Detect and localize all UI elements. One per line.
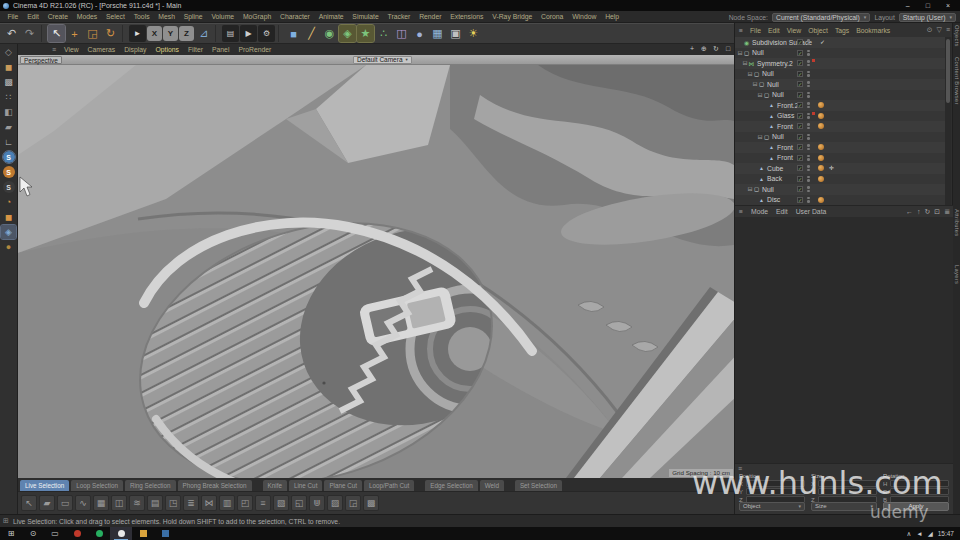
app-red[interactable]	[66, 527, 88, 540]
cinema4d-app[interactable]	[110, 527, 132, 540]
generator-array-icon[interactable]: ◈	[339, 25, 356, 42]
tool-icon[interactable]: ◰	[237, 495, 253, 511]
visibility-dots[interactable]	[807, 50, 810, 56]
object-tree-row[interactable]: ▲ Glass ✓	[735, 111, 945, 122]
object-tree-row[interactable]: ⊟ ▢ Null ✓	[735, 48, 945, 59]
viewport-canvas[interactable]: Grid Spacing : 10 cm	[18, 65, 734, 478]
tool-icon[interactable]: ▦	[93, 495, 109, 511]
menu-item[interactable]: Spline	[179, 13, 207, 20]
snap-icon[interactable]: S	[3, 151, 15, 163]
visibility-dots[interactable]	[807, 113, 810, 119]
tool-icon[interactable]: ⋈	[201, 495, 217, 511]
enable-toggle[interactable]: ✓	[797, 92, 803, 98]
menu-item[interactable]: Corona	[537, 13, 568, 20]
object-manager-menu-item[interactable]: Bookmarks	[856, 27, 890, 34]
make-editable-icon[interactable]: ◇	[1, 45, 16, 59]
menu-item[interactable]: Simulate	[348, 13, 383, 20]
separator[interactable]	[122, 25, 126, 42]
attribute-menu-item[interactable]: Edit	[776, 208, 788, 215]
menu-item[interactable]: Window	[568, 13, 601, 20]
zoom-icon[interactable]: ⊕	[700, 45, 708, 53]
visibility-dots[interactable]	[807, 165, 810, 171]
enable-toggle[interactable]: ✓	[797, 186, 803, 192]
enable-toggle[interactable]: ✓	[797, 176, 803, 182]
menu-item[interactable]: Tools	[129, 13, 154, 20]
object-tree-row[interactable]: ▲ Front ✓	[735, 153, 945, 164]
undo-icon[interactable]: ↶	[3, 25, 20, 42]
volume-icon[interactable]: ◄	[916, 530, 922, 538]
phong-tag-icon[interactable]	[818, 102, 824, 108]
add-primitive-icon[interactable]: ■	[285, 25, 302, 42]
tool-tab[interactable]: Weld	[480, 480, 504, 491]
camera-dropdown[interactable]: Default Camera▾	[353, 56, 412, 64]
visibility-dots[interactable]	[807, 144, 810, 150]
model-mode-icon[interactable]: ◼	[1, 60, 16, 74]
panel-tab[interactable]: Content Browser	[954, 57, 960, 105]
menu-item[interactable]: Modes	[72, 13, 101, 20]
up-icon[interactable]: ↑	[917, 208, 921, 216]
viewport-menu-item[interactable]: Cameras	[88, 46, 116, 53]
axis-x-lock-icon[interactable]: X	[147, 26, 162, 41]
visibility-dots[interactable]	[807, 39, 810, 45]
light-icon[interactable]: ☀	[465, 25, 482, 42]
menu-item[interactable]: Animate	[314, 13, 348, 20]
edge-mode-icon[interactable]: ◧	[1, 105, 16, 119]
object-tree-row[interactable]: ⊟ ▢ Null ✓	[735, 90, 945, 101]
menu-item[interactable]: Extensions	[446, 13, 488, 20]
hamburger-icon[interactable]: ≡	[739, 208, 743, 215]
tool-icon[interactable]: ▨	[327, 495, 343, 511]
floor-icon[interactable]: ▦	[429, 25, 446, 42]
tool-icon[interactable]: ◲	[345, 495, 361, 511]
menu-item[interactable]: Tracker	[383, 13, 415, 20]
tool-icon[interactable]: ▰	[39, 495, 55, 511]
object-tree-row[interactable]: ⊟ ▢ Null ✓	[735, 184, 945, 195]
axis-y-lock-icon[interactable]: Y	[163, 26, 178, 41]
taskbar-clock[interactable]: 15:47	[938, 530, 954, 537]
last-tool-icon[interactable]: ►	[129, 25, 146, 42]
filter-icon[interactable]: ▽	[937, 26, 942, 34]
hamburger-icon[interactable]: ≡	[738, 465, 742, 472]
enable-toggle[interactable]: ✓	[797, 60, 803, 66]
tool-icon[interactable]: ⋓	[309, 495, 325, 511]
tool-tab[interactable]: Plane Cut	[324, 480, 362, 491]
object-tree-row[interactable]: ▲ Disc ✓	[735, 195, 945, 206]
workplane-icon[interactable]: ◔	[1, 195, 16, 209]
layout-dropdown[interactable]: Startup (User)▾	[899, 13, 956, 22]
visibility-dots[interactable]	[807, 81, 810, 87]
visibility-dots[interactable]	[807, 92, 810, 98]
volume-icon[interactable]: ∴	[375, 25, 392, 42]
position-y-field[interactable]	[746, 488, 805, 495]
visibility-dots[interactable]	[807, 176, 810, 182]
phong-tag-icon[interactable]	[818, 155, 824, 161]
panel-tab[interactable]: Attributes	[954, 209, 960, 237]
tool-tab[interactable]: Line Cut	[289, 480, 322, 491]
menu-item[interactable]: Render	[415, 13, 446, 20]
phong-tag-icon[interactable]	[818, 165, 824, 171]
menu-item[interactable]: V-Ray Bridge	[488, 13, 537, 20]
orbit-icon[interactable]: ↻	[712, 45, 720, 53]
maximize-button[interactable]: □	[926, 2, 930, 9]
rotate-icon[interactable]: ↻	[102, 25, 119, 42]
viewport-menu-item[interactable]: Panel	[212, 46, 229, 53]
quantize-icon[interactable]: S	[3, 166, 15, 178]
tool-tab[interactable]: Phong Break Selection	[178, 480, 252, 491]
hidden-icons[interactable]: ∧	[907, 530, 912, 538]
pan-icon[interactable]: +	[688, 45, 696, 53]
visibility-dots[interactable]	[807, 123, 810, 129]
node-space-dropdown[interactable]: Current (Standard/Physical)▾	[772, 13, 870, 22]
enable-toggle[interactable]: ✓	[797, 134, 803, 140]
texture-mode-icon[interactable]: ▩	[1, 75, 16, 89]
viewport-menu-item[interactable]: Display	[124, 46, 146, 53]
tool-icon[interactable]: ≣	[183, 495, 199, 511]
tool-icon[interactable]: ◱	[291, 495, 307, 511]
tool-tab[interactable]: Ring Selection	[125, 480, 176, 491]
tool-tab[interactable]: Set Selection	[515, 480, 562, 491]
check-tag-icon[interactable]: ✓	[820, 38, 825, 45]
tool-tab[interactable]: Live Selection	[20, 480, 69, 491]
tool-icon[interactable]: ▭	[57, 495, 73, 511]
size-y-field[interactable]	[818, 488, 877, 495]
enable-toggle[interactable]: ✓	[797, 39, 803, 45]
search-button[interactable]: ⊙	[22, 527, 44, 540]
tool-icon[interactable]: ▥	[219, 495, 235, 511]
visibility-dots[interactable]	[807, 60, 810, 66]
